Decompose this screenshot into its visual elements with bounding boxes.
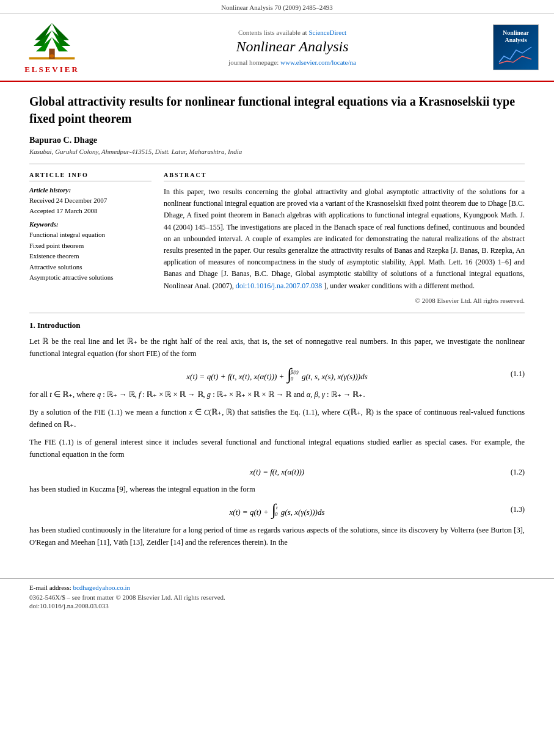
author-name: Bapurao C. Dhage [29,136,525,145]
keywords-list: Functional integral equation Fixed point… [29,230,151,283]
intro-heading: 1. Introduction [29,321,525,330]
abstract-panel: ABSTRACT In this paper, two results conc… [164,172,525,304]
intro-para3: By a solution of the FIE (1.1) we mean a… [29,406,525,431]
homepage-label: journal homepage: [228,59,279,66]
page: Nonlinear Analysis 70 (2009) 2485–2493 [0,0,554,756]
keyword-3: Existence theorem [29,251,151,262]
homepage-url[interactable]: www.elsevier.com/locate/na [280,59,356,66]
keyword-1: Functional integral equation [29,230,151,241]
article-history-title: Article history: [29,186,151,194]
intro-section-title: Introduction [37,321,81,330]
article-info-title: ARTICLE INFO [29,172,151,181]
keywords-title: Keywords: [29,220,151,228]
contents-available-text: Contents lists available at [238,29,307,36]
sciencedirect-line: Contents lists available at ScienceDirec… [98,29,487,36]
elsevier-tree-icon [21,20,82,63]
footer-license: 0362-546X/$ – see front matter © 2008 El… [29,594,525,601]
journal-logo-box: NonlinearAnalysis [493,24,539,70]
logo-title: NonlinearAnalysis [503,29,529,44]
keyword-2: Fixed point theorem [29,241,151,252]
intro-para2: for all t ∈ ℝ₊, where q : ℝ₊ → ℝ, f : ℝ₊… [29,388,525,401]
top-citation-bar: Nonlinear Analysis 70 (2009) 2485–2493 [0,0,554,14]
equation-1-3: x(t) = q(t) + ∫ t 0 g(s, x(γ(s)))ds [29,502,525,518]
journal-center-header: Contents lists available at ScienceDirec… [98,29,487,66]
article-info-abstract: ARTICLE INFO Article history: Received 2… [29,172,525,304]
page-footer: E-mail address: bcdhagedyahoo.co.in 0362… [0,578,554,609]
equation-1-2: x(t) = f(t, x(α(t))) [29,467,525,477]
article-info-panel: ARTICLE INFO Article history: Received 2… [29,172,151,304]
footer-doi: doi:10.1016/j.na.2008.03.033 [29,602,525,609]
intro-para5: has been studied in Kuczma [9], whereas … [29,483,525,496]
intro-section-number: 1. [29,321,35,330]
equation-1-1: x(t) = q(t) + f(t, x(t), x(α(t))) + ∫ β(… [29,366,525,382]
divider-1 [29,164,525,164]
abstract-doi-link[interactable]: doi:10.1016/j.na.2007.07.038 [236,282,323,290]
abstract-title: ABSTRACT [164,172,525,181]
svg-marker-2 [35,23,52,40]
intro-para1: Let ℝ be the real line and let ℝ₊ be the… [29,335,525,360]
equation-1-3-row: x(t) = q(t) + ∫ t 0 g(s, x(γ(s)))ds (1.3… [29,502,525,518]
abstract-text: In this paper, two results concerning th… [164,186,525,292]
logo-graph-icon [498,44,534,65]
journal-logo-area: NonlinearAnalysis [493,24,542,70]
equation-1-3-number: (1.3) [511,505,525,514]
svg-marker-3 [52,23,69,40]
email-link[interactable]: bcdhagedyahoo.co.in [73,584,129,591]
journal-homepage-line: journal homepage: www.elsevier.com/locat… [98,59,487,66]
svg-point-8 [49,54,54,58]
received-date: Received 24 December 2007 Accepted 17 Ma… [29,195,151,216]
journal-name-header: Nonlinear Analysis [98,38,487,55]
sciencedirect-link[interactable]: ScienceDirect [308,29,346,36]
elsevier-logo-area: ELSEVIER [12,20,92,75]
author-affiliation: Kasubai, Gurukul Colony, Ahmedpur-413515… [29,148,525,155]
copyright-line: © 2008 Elsevier Ltd. All rights reserved… [164,297,525,304]
keyword-5: Asymptotic attractive solutions [29,272,151,283]
keyword-4: Attractive solutions [29,262,151,273]
elsevier-wordmark: ELSEVIER [24,65,79,75]
main-content: Global attractivity results for nonlinea… [0,82,554,566]
footnote-email: E-mail address: bcdhagedyahoo.co.in [29,584,525,591]
equation-1-2-row: x(t) = f(t, x(α(t))) (1.2) [29,467,525,477]
equation-1-1-row: x(t) = q(t) + f(t, x(t), x(α(t))) + ∫ β(… [29,366,525,382]
intro-para6: has been studied continuously in the lit… [29,524,525,549]
divider-2 [29,313,525,313]
citation-text: Nonlinear Analysis 70 (2009) 2485–2493 [221,4,333,11]
email-label: E-mail address: [29,584,71,591]
intro-para4: The FIE (1.1) is of general interest sin… [29,436,525,461]
equation-1-1-number: (1.1) [511,369,525,379]
equation-1-2-number: (1.2) [511,468,525,477]
journal-header: ELSEVIER Contents lists available at Sci… [0,14,554,82]
paper-title: Global attractivity results for nonlinea… [29,93,525,127]
